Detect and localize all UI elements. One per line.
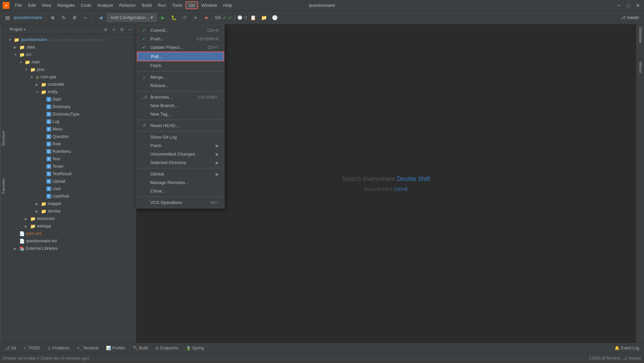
tree-iml[interactable]: ▶ 📄 questionnaire.iml [7, 237, 136, 245]
menu-tools[interactable]: Tools [169, 1, 185, 9]
tree-Dictionary[interactable]: ▶ C Dictionary [7, 103, 136, 110]
maximize-button[interactable]: □ [625, 2, 632, 9]
menu-build[interactable]: Build [139, 1, 154, 9]
git-menu-reset-head[interactable]: ↺ Reset HEAD... [137, 121, 224, 130]
git-menu-commit[interactable]: ✔ Commit... Ctrl+K [137, 26, 224, 35]
tree-RoleMenu[interactable]: ▶ C RoleMenu [7, 148, 136, 155]
panel-dropdown-icon[interactable]: ▾ [24, 27, 26, 32]
tab-endpoints[interactable]: ◎ Endpoints [152, 344, 181, 352]
panel-collapse-btn[interactable]: ≡ [110, 26, 117, 33]
menu-refactor[interactable]: Refactor [116, 1, 138, 9]
menu-view[interactable]: View [39, 1, 54, 9]
tab-terminal[interactable]: >_ Terminal [73, 344, 102, 352]
back-btn[interactable]: ◀ [96, 13, 105, 22]
run-btn[interactable]: ▶ [158, 13, 168, 22]
git-menu-vcs-operations[interactable]: VCS Operations Alt+` [137, 198, 224, 207]
database-tab[interactable]: Database [636, 24, 644, 46]
selected-dir-submenu-arrow: ▶ [216, 160, 219, 165]
tree-mapper[interactable]: ▶ 📁 mapper [7, 200, 136, 207]
panel-settings-btn[interactable]: ⚙ [119, 26, 125, 33]
tree-Role[interactable]: ▶ C Role [7, 140, 136, 148]
tree-resources[interactable]: ▶ 📁 resources [7, 215, 136, 222]
tree-User[interactable]: ▶ C User [7, 185, 136, 193]
status-branch[interactable]: ⎇ master [623, 356, 641, 361]
git-menu-merge[interactable]: ⇣ Merge... [137, 73, 224, 81]
tree-UserRole[interactable]: ▶ C UserRole [7, 193, 136, 200]
git-menu-push[interactable]: ✔ Push... Ctrl+Shift+K [137, 35, 224, 43]
tree-Menu[interactable]: ▶ C Menu [7, 125, 136, 133]
run-coverage-btn[interactable]: ↺ [180, 13, 189, 22]
tree-Log[interactable]: ▶ C Log [7, 118, 136, 125]
tab-problems[interactable]: ⚠ Problems [44, 344, 73, 352]
settings-btn[interactable]: ⚙ [70, 13, 79, 22]
git-menu-update[interactable]: ✔ Update Project... Ctrl+T [137, 43, 224, 52]
tab-todo[interactable]: ✓ TODO [20, 344, 43, 352]
menu-edit[interactable]: Edit [25, 1, 38, 9]
menu-git[interactable]: Git [186, 1, 198, 9]
tree-pom-xml[interactable]: ▶ 📄 pom.xml [7, 230, 136, 237]
debug-btn[interactable]: 🐛 [169, 13, 178, 22]
tree-entity[interactable]: ▼ 📁 entity [7, 88, 136, 96]
menu-navigate[interactable]: Navigate [55, 1, 77, 9]
maven-tab[interactable]: Maven [636, 59, 644, 76]
git-menu-new-tag[interactable]: New Tag... [137, 110, 224, 118]
git-menu-fetch[interactable]: Fetch [137, 61, 224, 70]
build-files-btn[interactable]: ⊕ [48, 13, 58, 22]
git-menu-rebase[interactable]: Rebase... [137, 81, 224, 90]
vcs-shelf-btn[interactable]: 📁 [259, 13, 269, 22]
menu-analyze[interactable]: Analyze [95, 1, 116, 9]
git-menu-github[interactable]: GitHub ▶ [137, 170, 224, 178]
tree-main[interactable]: ▼ 📁 main [7, 58, 136, 66]
tree-DictionaryType[interactable]: ▶ C DictionaryType [7, 110, 136, 118]
git-menu-uncommitted[interactable]: Uncommitted Changes ▶ [137, 150, 224, 158]
git-menu-clone[interactable]: Clone... [137, 187, 224, 195]
tree-Dept[interactable]: ▶ C Dept [7, 96, 136, 103]
tree-Tester[interactable]: ▶ C Tester [7, 163, 136, 170]
close-button[interactable]: ✕ [635, 2, 641, 9]
tree-Test[interactable]: ▶ C Test [7, 155, 136, 163]
sync-btn[interactable]: ↻ [59, 13, 68, 22]
menu-help[interactable]: Help [220, 1, 235, 9]
panel-locate-btn[interactable]: ⊕ [102, 26, 109, 33]
tree-idea[interactable]: ▶ 📁 .idea [7, 43, 136, 51]
favorites-side-tab[interactable]: Favorites [0, 176, 6, 196]
tree-src[interactable]: ▼ 📁 src [7, 51, 136, 58]
minimize-button[interactable]: ─ [616, 2, 622, 9]
git-menu-branches[interactable]: ⎇ Branches... Ctrl+Shift+` [137, 93, 224, 101]
git-menu-selected-dir[interactable]: Selected Directory ▶ [137, 158, 224, 167]
branch-btn[interactable]: ⎇ master [619, 15, 641, 21]
menu-run[interactable]: Run [155, 1, 169, 9]
menu-code[interactable]: Code [78, 1, 94, 9]
menu-window[interactable]: Window [199, 1, 220, 9]
tab-git[interactable]: ⎇ Git [1, 344, 19, 352]
run-config-dropdown[interactable]: Add Configuration... ▾ [107, 13, 157, 22]
tree-com-que[interactable]: ▼ ◉ com.que [7, 73, 136, 81]
menu-file[interactable]: File [12, 1, 25, 9]
panel-close-btn[interactable]: ─ [127, 26, 133, 33]
tab-build[interactable]: 🔨 Build [129, 344, 152, 352]
tree-service[interactable]: ▶ 📁 service [7, 207, 136, 215]
tab-profiler[interactable]: 📊 Profiler [103, 344, 129, 352]
tree-TestResult[interactable]: ▶ C TestResult [7, 170, 136, 178]
vcs-history-btn[interactable]: 🕓 [270, 13, 280, 22]
vcs-log-btn[interactable]: 📋 [249, 13, 258, 22]
tab-spring[interactable]: 🍃 Spring [183, 344, 208, 352]
tree-root[interactable]: ▼ 📁 questionnaire D:\java-baties-space\q… [7, 36, 136, 43]
git-menu-pull[interactable]: Pull... [137, 52, 224, 61]
git-menu-new-branch[interactable]: New Branch... [137, 101, 224, 110]
structure-side-tab[interactable]: Structure [0, 129, 6, 148]
tree-controller[interactable]: ▶ 📁 controller [7, 81, 136, 88]
git-menu-manage-remotes[interactable]: Manage Remotes... [137, 178, 224, 187]
tree-Upload[interactable]: ▶ C Upload [7, 178, 136, 185]
minimize-panel-btn[interactable]: ─ [81, 13, 90, 22]
tree-java[interactable]: ▼ 📁 java [7, 66, 136, 73]
tree-webapp[interactable]: ▶ 📁 webapp [7, 222, 136, 230]
git-menu-show-log[interactable]: Show Git Log [137, 133, 224, 141]
git-menu-patch[interactable]: Patch ▶ [137, 141, 224, 150]
more-run-btn[interactable]: ▾ [191, 13, 200, 22]
tree-Question[interactable]: ▶ C Question [7, 133, 136, 140]
event-log-btn[interactable]: 🔔 Event Log [611, 344, 643, 352]
tree-external-libraries[interactable]: ▶ 📚 External Libraries [7, 245, 136, 252]
project-icon-btn[interactable]: ▤ [3, 13, 12, 22]
stop-btn[interactable]: ■ [201, 13, 211, 22]
